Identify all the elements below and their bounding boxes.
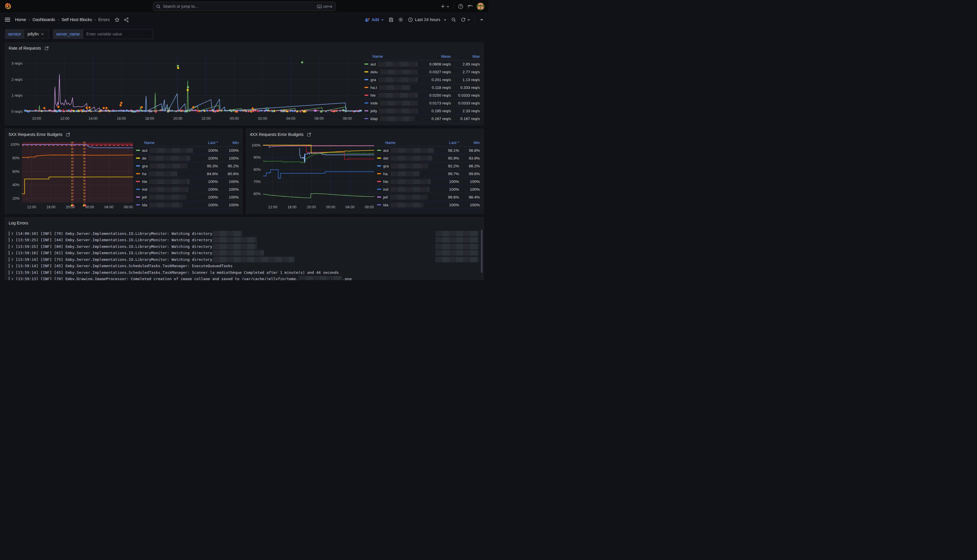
legend-row[interactable]: gra92.2%86.2% — [377, 162, 480, 170]
legend-row[interactable]: hle0.0250 req/s0.0333 req/s — [364, 92, 480, 99]
legend-row[interactable]: ldap0.167 req/s0.167 req/s — [364, 115, 480, 123]
log-line[interactable]: ❯[13:59:14] [INF] [45] Emby.Server.Imple… — [9, 263, 479, 270]
legend-row[interactable]: hle100%100% — [377, 178, 480, 185]
legend-row[interactable]: aut100%100% — [136, 147, 239, 154]
legend-col[interactable]: Last * — [436, 140, 459, 145]
series-name-prefix: hle — [142, 180, 147, 184]
legend-row[interactable]: del95.9%93.9% — [377, 154, 480, 162]
log-expand-chevron-icon[interactable]: ❯ — [11, 244, 13, 248]
log-expand-chevron-icon[interactable]: ❯ — [11, 257, 13, 262]
log-expand-chevron-icon[interactable]: ❯ — [11, 277, 13, 280]
legend-row[interactable]: ha.t0.118 req/s0.333 req/s — [364, 84, 480, 92]
variable-service-select[interactable]: jellyfin — [24, 29, 49, 39]
redacted-log-text — [213, 237, 257, 243]
breadcrumb-dashboards[interactable]: Dashboards — [33, 17, 55, 22]
log-line[interactable]: ❯[13:59:25] [INF] [44] Emby.Server.Imple… — [9, 237, 479, 243]
external-link-icon[interactable] — [45, 46, 49, 50]
legend-value: 2.33 req/s — [451, 109, 480, 113]
legend-row[interactable]: ind100%100% — [377, 185, 480, 193]
legend-row[interactable]: jelly0.185 req/s2.33 req/s — [364, 107, 480, 115]
legend-row[interactable]: de100%100% — [136, 154, 239, 162]
legend-value: 100% — [195, 195, 218, 199]
log-line[interactable]: ❯[14:00:10] [INF] [70] Emby.Server.Imple… — [9, 230, 479, 237]
save-dashboard-button[interactable] — [389, 17, 394, 22]
legend-row[interactable]: lda100%100% — [377, 201, 480, 209]
legend-col[interactable]: Max — [451, 54, 480, 58]
legend-row[interactable]: ha84.6%80.8% — [136, 170, 239, 178]
panel-title[interactable]: 5XX Requests Error Budgets — [9, 132, 62, 137]
legend-row[interactable]: jell100%100% — [136, 193, 239, 201]
search-input[interactable]: Search or jump to... ctrl+k — [153, 2, 336, 11]
legend-row[interactable]: lda100%100% — [136, 201, 239, 209]
4xx-chart[interactable]: 12:0016:0020:0000:0004:0008:0060%70%80%9… — [248, 139, 377, 211]
time-range-picker[interactable]: Last 24 hours — [408, 17, 447, 22]
legend-col[interactable]: Last * — [195, 140, 218, 145]
legend-row[interactable]: jell99.6%98.4% — [377, 193, 480, 201]
grafana-logo[interactable] — [4, 3, 12, 10]
legend-col-name[interactable]: Name — [364, 54, 418, 58]
breadcrumb: Home › Dashboards › Self Host Blocks › E… — [5, 17, 129, 22]
collapse-toolbar-button[interactable] — [480, 18, 484, 22]
series-name-prefix: gra — [383, 164, 389, 168]
external-link-icon[interactable] — [307, 132, 311, 137]
dashboard-settings-button[interactable] — [398, 17, 403, 22]
series-name-prefix: del — [383, 156, 388, 160]
legend-col[interactable]: Mean — [418, 54, 451, 58]
log-line[interactable]: ❯[13:59:14] [INF] [75] Emby.Server.Imple… — [9, 256, 479, 263]
4xx-legend: NameLast *Minaut58.1%56.8%del95.9%93.9%g… — [377, 139, 480, 211]
series-color-swatch — [377, 158, 381, 159]
log-scrollbar[interactable] — [481, 230, 483, 273]
refresh-button[interactable] — [461, 17, 470, 22]
legend-row[interactable]: ha.99.7%99.6% — [377, 170, 480, 178]
new-button[interactable] — [441, 4, 449, 9]
log-line[interactable]: ❯[13:59:14] [INF] [45] Emby.Server.Imple… — [9, 269, 479, 276]
panel-title[interactable]: Log Errors — [9, 221, 28, 225]
panel-title[interactable]: 4XX Requests Error Budgets — [250, 132, 304, 137]
log-expand-chevron-icon[interactable]: ❯ — [11, 238, 13, 242]
redacted-log-text — [213, 244, 257, 249]
series-name-prefix: lda — [383, 203, 388, 207]
time-range-label: Last 24 hours — [415, 17, 440, 22]
legend-value: 100% — [436, 203, 459, 207]
add-panel-button[interactable]: Add — [365, 17, 384, 22]
legend-col[interactable]: Min — [459, 140, 480, 145]
legend-col[interactable]: Min — [218, 140, 239, 145]
top-bar: Search or jump to... ctrl+k — [0, 0, 489, 13]
log-line[interactable]: ❯[13:59:25] [INF] [80] Emby.Server.Imple… — [9, 243, 479, 250]
legend-row[interactable]: hle100%100% — [136, 178, 239, 185]
legend-row[interactable]: gra95.3%95.2% — [136, 162, 239, 170]
legend-row[interactable]: gra0.201 req/s1.13 req/s — [364, 76, 480, 84]
legend-row[interactable]: ind100%100% — [136, 185, 239, 193]
legend-col-name[interactable]: Name — [377, 140, 436, 145]
rate-of-requests-chart[interactable]: 10:0012:0014:0016:0018:0020:0022:0000:00… — [7, 53, 364, 122]
menu-toggle-button[interactable] — [5, 18, 10, 22]
legend-row[interactable]: delu0.0327 req/s2.77 req/s — [364, 68, 480, 76]
log-line[interactable]: ❯[13:59:13] [INF] [70] Emby.Drawing.Imag… — [9, 276, 479, 280]
help-button[interactable] — [458, 4, 463, 9]
zoom-out-button[interactable] — [451, 17, 456, 22]
external-link-icon[interactable] — [66, 132, 70, 137]
breadcrumb-home[interactable]: Home — [15, 17, 26, 22]
share-button[interactable] — [124, 17, 129, 22]
legend-header: NameMeanMax — [364, 53, 480, 60]
log-expand-chevron-icon[interactable]: ❯ — [11, 232, 13, 235]
legend-row[interactable]: inde0.0173 req/s0.0333 req/s — [364, 99, 480, 107]
keyboard-shortcut: ctrl+k — [317, 4, 332, 9]
breadcrumb-folder[interactable]: Self Host Blocks — [62, 17, 92, 22]
log-expand-chevron-icon[interactable]: ❯ — [11, 270, 13, 274]
variable-server-name-input[interactable] — [83, 29, 153, 39]
breadcrumb-current: Errors — [98, 17, 109, 22]
log-expand-chevron-icon[interactable]: ❯ — [11, 264, 13, 268]
legend-row[interactable]: aut0.0608 req/s2.85 req/s — [364, 60, 480, 68]
log-expand-chevron-icon[interactable]: ❯ — [11, 251, 13, 255]
5xx-chart[interactable]: 12:0016:0020:0000:0004:0008:0020%40%60%8… — [7, 139, 136, 211]
legend-row[interactable]: aut58.1%56.8% — [377, 147, 480, 154]
avatar[interactable] — [477, 3, 484, 10]
log-line[interactable]: ❯[13:59:16] [INF] [61] Emby.Server.Imple… — [9, 250, 479, 257]
panel-title[interactable]: Rate of Requests — [9, 46, 41, 50]
news-rss-button[interactable] — [468, 4, 473, 9]
legend-col-name[interactable]: Name — [136, 140, 195, 145]
svg-text:3 req/s: 3 req/s — [12, 62, 23, 65]
svg-text:20%: 20% — [12, 197, 20, 200]
favorite-star-button[interactable] — [115, 17, 120, 22]
